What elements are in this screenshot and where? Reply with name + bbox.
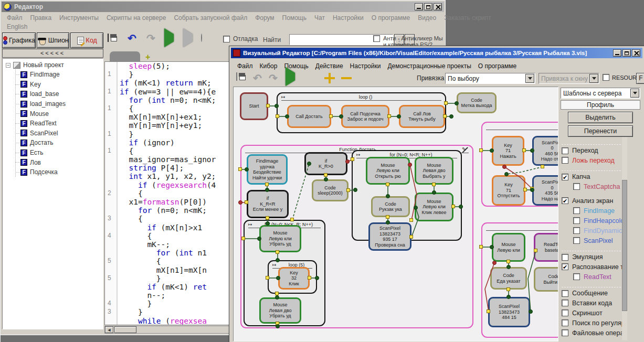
tree-root[interactable]: − Новый проект: [3, 60, 103, 70]
binding-select[interactable]: По выбору: [445, 73, 535, 84]
connection-port-dot[interactable]: [490, 148, 494, 153]
panel-checkbox-Вставки кода[interactable]: Вставки кода: [562, 298, 624, 308]
editor-menu-item-Чат[interactable]: Чат: [314, 14, 325, 22]
panel-checkbox-ScanPixel[interactable]: ScanPixel: [562, 236, 624, 245]
visual-menu-item-Настройки[interactable]: Настройки: [350, 62, 381, 70]
connection-port-square[interactable]: [432, 183, 436, 186]
visual-save-button[interactable]: [236, 73, 237, 80]
node-key-71-otpustit[interactable]: Key71Отпустить: [492, 175, 525, 206]
connection-port-square[interactable]: [409, 218, 413, 222]
chevron-down-icon[interactable]: [525, 74, 534, 83]
connection-port-dot[interactable]: [530, 148, 534, 153]
checkbox-box[interactable]: [562, 319, 568, 326]
editor-menu-item-Видео[interactable]: Видео: [418, 14, 436, 22]
minimize-button[interactable]: [415, 3, 423, 10]
connection-port-dot[interactable]: [339, 114, 343, 119]
editor-menu-item-Собрать запускной файл[interactable]: Собрать запускной файл: [174, 14, 247, 22]
chevron-down-icon[interactable]: [630, 89, 639, 98]
node-key-32-klik[interactable]: Key32Клик: [278, 267, 310, 290]
connection-port-square[interactable]: [451, 205, 455, 208]
connection-port-dot[interactable]: [265, 188, 269, 192]
connection-port-dot[interactable]: [449, 114, 453, 119]
chevron-down-icon[interactable]: [589, 74, 598, 83]
connection-port-dot[interactable]: [386, 220, 390, 225]
node-mouse-levuyu[interactable]: MouseЛевую кли: [492, 233, 525, 262]
node-key-71-nazhat[interactable]: Key71Нажать: [492, 136, 524, 166]
connection-port-square[interactable]: [266, 276, 269, 280]
editor-menu-item-Инструменты[interactable]: Инструменты: [59, 14, 99, 22]
tree-collapse-icon[interactable]: −: [6, 63, 10, 68]
connection-port-square[interactable]: [238, 167, 242, 171]
connection-port-dot[interactable]: [285, 114, 289, 119]
mode-button-Графика[interactable]: Графика: [2, 33, 36, 48]
node-call-dostat[interactable]: Call Достать: [287, 105, 331, 128]
maximize-button[interactable]: [424, 3, 432, 10]
scroll-thumb[interactable]: [114, 326, 136, 333]
node-scan-proverka-sna[interactable]: ScanPixel13823473935 17Проверка сна: [368, 222, 411, 251]
checkbox-box[interactable]: [562, 290, 568, 297]
scroll-left-icon[interactable]: ◄: [105, 326, 113, 333]
connection-port-dot[interactable]: [386, 194, 390, 198]
connection-port-dot[interactable]: [492, 261, 497, 265]
editor-menu-item-Файл[interactable]: Файл: [7, 14, 23, 22]
tree-item-Достать[interactable]: FДостать: [3, 138, 103, 148]
panel-checkbox-FindDynamic[interactable]: FindDynamic: [562, 226, 624, 236]
connection-port-square[interactable]: [479, 245, 483, 249]
node-code-sleep-2000[interactable]: Codesleep(2000): [312, 179, 349, 201]
panel-scrollbar-thumb[interactable]: [622, 180, 627, 311]
editor-menu-item-О программе[interactable]: О программе: [372, 14, 410, 22]
node-readtext-basetext[interactable]: ReadTextbasetext: [534, 233, 558, 262]
connection-port-dot[interactable]: [276, 276, 280, 280]
panel-checkbox-TextCaptcha[interactable]: TextCaptcha: [562, 181, 624, 191]
node-mouse-otkryt[interactable]: MouseЛевую клиОткрыть рю: [366, 157, 410, 185]
node-if-kr-lt-r[interactable]: ifK_R<RЕсли менее у: [247, 190, 289, 218]
node-mouse-vybrat[interactable]: MouseЛевая двоВыбрать у: [415, 157, 453, 185]
run-button[interactable]: [164, 34, 174, 41]
editor-menu-item-Помощь[interactable]: Помощь: [282, 14, 307, 22]
panel-checkbox-Поиск по регулярка[interactable]: Поиск по регулярка: [562, 318, 624, 328]
connection-port-dot[interactable]: [266, 221, 270, 226]
node-scan-435[interactable]: ScanPixel0435 56Надо наж: [532, 175, 558, 206]
checkbox-box[interactable]: [573, 183, 580, 190]
tree-item-load_images[interactable]: Fload_images: [3, 99, 103, 109]
connection-port-square[interactable]: [266, 104, 270, 108]
connection-port-dot[interactable]: [504, 172, 509, 176]
checkbox-box[interactable]: [562, 309, 568, 316]
connection-port-square[interactable]: [534, 249, 537, 252]
connection-port-dot[interactable]: [276, 324, 280, 328]
connection-port-square[interactable]: [506, 260, 510, 263]
connection-port-square[interactable]: [324, 173, 328, 177]
flow-canvas[interactable]: ↦loop ()Function Достать✎↦for (N=0; N<R;…: [233, 87, 558, 341]
connection-port-dot[interactable]: [432, 190, 436, 195]
node-mouse-ubrat-1[interactable]: MouseЛевую клиУбрать уд: [259, 225, 301, 252]
connection-port-square[interactable]: [308, 276, 311, 280]
connection-port-dot[interactable]: [414, 206, 418, 210]
connection-port-dot[interactable]: [459, 205, 463, 209]
panel-checkbox-Анализ экран[interactable]: Анализ экран: [562, 196, 624, 206]
step-button[interactable]: [183, 34, 193, 41]
debug-checkbox[interactable]: Отладка: [223, 35, 258, 42]
node-code-eda[interactable]: CodeЕда указат: [490, 267, 527, 290]
node-mouse-klik-levee[interactable]: MouseЛевую клиКлик левее: [415, 193, 453, 221]
panel-checkbox-Переход[interactable]: Переход: [562, 144, 624, 155]
new-tab-button[interactable]: +: [145, 53, 150, 61]
connection-port-dot[interactable]: [257, 237, 261, 241]
connection-port-square[interactable]: [351, 157, 354, 161]
partial-button[interactable]: F: [636, 73, 644, 84]
select-button[interactable]: Выделить: [568, 112, 633, 123]
tree-item-Mouse[interactable]: FMouse: [3, 109, 103, 119]
connection-port-dot[interactable]: [408, 163, 412, 167]
panel-checkbox-Капча[interactable]: Капча: [562, 170, 624, 181]
connection-port-square[interactable]: [479, 148, 483, 152]
connection-port-dot[interactable]: [324, 177, 328, 181]
connection-port-square[interactable]: [276, 114, 279, 118]
checkbox-box[interactable]: [573, 217, 580, 224]
connection-port-square[interactable]: [443, 114, 447, 118]
connection-port-square[interactable]: [346, 188, 350, 192]
connection-port-dot[interactable]: [345, 159, 350, 164]
panel-checkbox-Скриншот[interactable]: Скриншот: [562, 308, 624, 318]
profile-header[interactable]: Профиль: [561, 100, 640, 110]
node-scan-484[interactable]: ScanPixel13823473484 15: [488, 297, 530, 327]
mode-button-Шпион[interactable]: Шпион: [37, 33, 70, 48]
connection-port-dot[interactable]: [245, 167, 249, 172]
